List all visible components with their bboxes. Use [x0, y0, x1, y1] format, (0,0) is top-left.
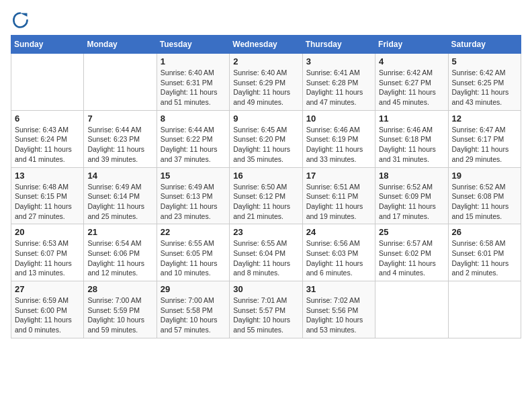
- day-of-week-header: Wednesday: [230, 36, 302, 54]
- day-info: Sunrise: 6:46 AM Sunset: 6:18 PM Dayligh…: [379, 125, 444, 165]
- calendar-cell: 22 Sunrise: 6:55 AM Sunset: 6:05 PM Dayl…: [157, 224, 229, 281]
- day-number: 20: [15, 227, 80, 237]
- calendar-week-row: 6 Sunrise: 6:43 AM Sunset: 6:24 PM Dayli…: [11, 110, 521, 167]
- day-info: Sunrise: 6:49 AM Sunset: 6:14 PM Dayligh…: [87, 182, 152, 222]
- day-info: Sunrise: 6:42 AM Sunset: 6:27 PM Dayligh…: [379, 68, 444, 107]
- day-number: 8: [161, 113, 226, 124]
- calendar-cell: 23 Sunrise: 6:55 AM Sunset: 6:04 PM Dayl…: [230, 224, 302, 281]
- calendar-week-row: 27 Sunrise: 6:59 AM Sunset: 6:00 PM Dayl…: [11, 281, 521, 338]
- calendar-cell: 27 Sunrise: 6:59 AM Sunset: 6:00 PM Dayl…: [11, 281, 84, 338]
- day-info: Sunrise: 6:52 AM Sunset: 6:08 PM Dayligh…: [452, 182, 517, 222]
- calendar-cell: [11, 54, 84, 111]
- calendar-cell: 15 Sunrise: 6:49 AM Sunset: 6:13 PM Dayl…: [157, 167, 229, 224]
- day-of-week-header: Friday: [375, 36, 448, 54]
- day-info: Sunrise: 6:41 AM Sunset: 6:28 PM Dayligh…: [306, 68, 371, 107]
- calendar-cell: 13 Sunrise: 6:48 AM Sunset: 6:15 PM Dayl…: [11, 167, 84, 224]
- day-info: Sunrise: 6:55 AM Sunset: 6:04 PM Dayligh…: [233, 238, 298, 278]
- day-number: 14: [87, 171, 152, 181]
- day-info: Sunrise: 6:56 AM Sunset: 6:03 PM Dayligh…: [306, 238, 371, 278]
- day-number: 16: [233, 171, 298, 181]
- day-number: 31: [306, 284, 371, 294]
- day-info: Sunrise: 6:50 AM Sunset: 6:12 PM Dayligh…: [233, 182, 298, 222]
- day-number: 13: [15, 171, 80, 181]
- calendar-cell: 19 Sunrise: 6:52 AM Sunset: 6:08 PM Dayl…: [448, 167, 521, 224]
- day-number: 27: [15, 284, 80, 294]
- calendar-cell: 26 Sunrise: 6:58 AM Sunset: 6:01 PM Dayl…: [448, 224, 521, 281]
- day-number: 12: [452, 113, 517, 124]
- logo: [11, 11, 32, 30]
- day-number: 1: [161, 56, 226, 66]
- day-number: 10: [306, 113, 371, 124]
- logo-icon: [11, 11, 30, 30]
- day-info: Sunrise: 6:40 AM Sunset: 6:29 PM Dayligh…: [233, 68, 298, 107]
- calendar-cell: 8 Sunrise: 6:44 AM Sunset: 6:22 PM Dayli…: [157, 110, 229, 167]
- day-of-week-header: Saturday: [448, 36, 521, 54]
- day-number: 4: [379, 56, 444, 66]
- day-of-week-header: Tuesday: [157, 36, 229, 54]
- calendar-cell: 9 Sunrise: 6:45 AM Sunset: 6:20 PM Dayli…: [230, 110, 302, 167]
- calendar-cell: 10 Sunrise: 6:46 AM Sunset: 6:19 PM Dayl…: [302, 110, 375, 167]
- day-of-week-header: Monday: [84, 36, 157, 54]
- day-number: 18: [379, 171, 444, 181]
- day-info: Sunrise: 6:55 AM Sunset: 6:05 PM Dayligh…: [161, 238, 226, 278]
- calendar-cell: 17 Sunrise: 6:51 AM Sunset: 6:11 PM Dayl…: [302, 167, 375, 224]
- day-info: Sunrise: 6:43 AM Sunset: 6:24 PM Dayligh…: [15, 125, 80, 165]
- day-number: 19: [452, 171, 517, 181]
- calendar-week-row: 13 Sunrise: 6:48 AM Sunset: 6:15 PM Dayl…: [11, 167, 521, 224]
- calendar-week-row: 1 Sunrise: 6:40 AM Sunset: 6:31 PM Dayli…: [11, 54, 521, 111]
- calendar-cell: 30 Sunrise: 7:01 AM Sunset: 5:57 PM Dayl…: [230, 281, 302, 338]
- day-info: Sunrise: 7:00 AM Sunset: 5:58 PM Dayligh…: [161, 295, 226, 335]
- calendar-cell: [375, 281, 448, 338]
- calendar-cell: 5 Sunrise: 6:42 AM Sunset: 6:25 PM Dayli…: [448, 54, 521, 111]
- calendar-cell: 20 Sunrise: 6:53 AM Sunset: 6:07 PM Dayl…: [11, 224, 84, 281]
- day-number: 24: [306, 227, 371, 237]
- calendar-cell: 4 Sunrise: 6:42 AM Sunset: 6:27 PM Dayli…: [375, 54, 448, 111]
- day-number: 7: [87, 113, 152, 124]
- day-info: Sunrise: 6:51 AM Sunset: 6:11 PM Dayligh…: [306, 182, 371, 222]
- calendar-table: SundayMondayTuesdayWednesdayThursdayFrid…: [11, 35, 521, 338]
- calendar-cell: 12 Sunrise: 6:47 AM Sunset: 6:17 PM Dayl…: [448, 110, 521, 167]
- day-number: 30: [233, 284, 298, 294]
- day-info: Sunrise: 6:48 AM Sunset: 6:15 PM Dayligh…: [15, 182, 80, 222]
- calendar-cell: [84, 54, 157, 111]
- day-number: 6: [15, 113, 80, 124]
- day-number: 29: [161, 284, 226, 294]
- day-info: Sunrise: 7:00 AM Sunset: 5:59 PM Dayligh…: [87, 295, 152, 335]
- day-info: Sunrise: 6:57 AM Sunset: 6:02 PM Dayligh…: [379, 238, 444, 278]
- day-info: Sunrise: 6:47 AM Sunset: 6:17 PM Dayligh…: [452, 125, 517, 165]
- day-info: Sunrise: 6:44 AM Sunset: 6:22 PM Dayligh…: [161, 125, 226, 165]
- calendar-cell: 18 Sunrise: 6:52 AM Sunset: 6:09 PM Dayl…: [375, 167, 448, 224]
- calendar-cell: 31 Sunrise: 7:02 AM Sunset: 5:56 PM Dayl…: [302, 281, 375, 338]
- day-number: 28: [87, 284, 152, 294]
- day-info: Sunrise: 7:02 AM Sunset: 5:56 PM Dayligh…: [306, 295, 371, 335]
- day-info: Sunrise: 6:40 AM Sunset: 6:31 PM Dayligh…: [161, 68, 226, 107]
- day-info: Sunrise: 6:49 AM Sunset: 6:13 PM Dayligh…: [161, 182, 226, 222]
- day-number: 11: [379, 113, 444, 124]
- day-info: Sunrise: 6:53 AM Sunset: 6:07 PM Dayligh…: [15, 238, 80, 278]
- page-header: [11, 11, 521, 30]
- calendar-cell: 3 Sunrise: 6:41 AM Sunset: 6:28 PM Dayli…: [302, 54, 375, 111]
- day-number: 22: [161, 227, 226, 237]
- calendar-cell: 1 Sunrise: 6:40 AM Sunset: 6:31 PM Dayli…: [157, 54, 229, 111]
- day-number: 3: [306, 56, 371, 66]
- day-number: 15: [161, 171, 226, 181]
- day-of-week-header: Sunday: [11, 36, 84, 54]
- calendar-cell: 2 Sunrise: 6:40 AM Sunset: 6:29 PM Dayli…: [230, 54, 302, 111]
- calendar-cell: 16 Sunrise: 6:50 AM Sunset: 6:12 PM Dayl…: [230, 167, 302, 224]
- day-info: Sunrise: 6:59 AM Sunset: 6:00 PM Dayligh…: [15, 295, 80, 335]
- day-number: 17: [306, 171, 371, 181]
- day-number: 25: [379, 227, 444, 237]
- calendar-cell: 6 Sunrise: 6:43 AM Sunset: 6:24 PM Dayli…: [11, 110, 84, 167]
- calendar-cell: 24 Sunrise: 6:56 AM Sunset: 6:03 PM Dayl…: [302, 224, 375, 281]
- calendar-cell: 25 Sunrise: 6:57 AM Sunset: 6:02 PM Dayl…: [375, 224, 448, 281]
- day-number: 26: [452, 227, 517, 237]
- day-number: 2: [233, 56, 298, 66]
- day-info: Sunrise: 6:45 AM Sunset: 6:20 PM Dayligh…: [233, 125, 298, 165]
- day-number: 23: [233, 227, 298, 237]
- calendar-cell: 28 Sunrise: 7:00 AM Sunset: 5:59 PM Dayl…: [84, 281, 157, 338]
- calendar-cell: 7 Sunrise: 6:44 AM Sunset: 6:23 PM Dayli…: [84, 110, 157, 167]
- calendar-cell: [448, 281, 521, 338]
- calendar-week-row: 20 Sunrise: 6:53 AM Sunset: 6:07 PM Dayl…: [11, 224, 521, 281]
- day-info: Sunrise: 6:52 AM Sunset: 6:09 PM Dayligh…: [379, 182, 444, 222]
- calendar-cell: 14 Sunrise: 6:49 AM Sunset: 6:14 PM Dayl…: [84, 167, 157, 224]
